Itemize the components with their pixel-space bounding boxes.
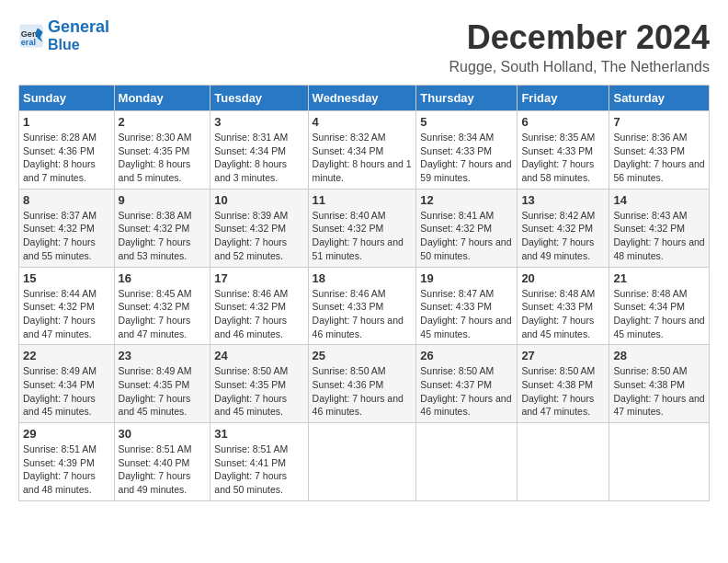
sunset-label: Sunset: 4:40 PM xyxy=(119,457,190,468)
table-row: 15 Sunrise: 8:44 AM Sunset: 4:32 PM Dayl… xyxy=(19,267,115,345)
sunset-label: Sunset: 4:32 PM xyxy=(214,301,286,312)
daylight-label: Daylight: 7 hours and 51 minutes. xyxy=(313,236,404,261)
sunset-label: Sunset: 4:39 PM xyxy=(23,457,95,468)
table-row: 27 Sunrise: 8:50 AM Sunset: 4:38 PM Dayl… xyxy=(518,345,609,423)
daylight-label: Daylight: 7 hours and 45 minutes. xyxy=(521,315,594,339)
day-number: 31 xyxy=(214,427,303,441)
day-number: 23 xyxy=(119,349,207,362)
week-row-2: 8 Sunrise: 8:37 AM Sunset: 4:32 PM Dayli… xyxy=(19,189,710,267)
daylight-label: Daylight: 7 hours and 45 minutes. xyxy=(420,315,511,339)
day-info: Sunrise: 8:45 AM Sunset: 4:32 PM Dayligh… xyxy=(119,287,207,341)
svg-text:eral: eral xyxy=(21,37,36,46)
day-info: Sunrise: 8:46 AM Sunset: 4:32 PM Dayligh… xyxy=(214,287,303,341)
sunrise-label: Sunrise: 8:50 AM xyxy=(313,365,386,376)
table-row xyxy=(518,423,609,501)
sunrise-label: Sunrise: 8:30 AM xyxy=(119,132,192,143)
day-number: 5 xyxy=(420,115,513,129)
day-number: 11 xyxy=(313,193,413,207)
sunrise-label: Sunrise: 8:50 AM xyxy=(420,365,494,376)
title-area: December 2024 Rugge, South Holland, The … xyxy=(449,18,710,75)
sunrise-label: Sunrise: 8:32 AM xyxy=(313,132,386,143)
day-info: Sunrise: 8:30 AM Sunset: 4:35 PM Dayligh… xyxy=(119,131,207,185)
sunrise-label: Sunrise: 8:35 AM xyxy=(521,132,595,143)
daylight-label: Daylight: 7 hours and 50 minutes. xyxy=(214,470,287,495)
sunset-label: Sunset: 4:33 PM xyxy=(420,301,492,312)
sunrise-label: Sunrise: 8:48 AM xyxy=(613,288,687,299)
sunset-label: Sunset: 4:41 PM xyxy=(214,457,286,468)
sunset-label: Sunset: 4:35 PM xyxy=(214,379,286,390)
day-info: Sunrise: 8:48 AM Sunset: 4:33 PM Dayligh… xyxy=(521,287,605,341)
sunset-label: Sunset: 4:34 PM xyxy=(214,145,286,156)
day-info: Sunrise: 8:49 AM Sunset: 4:34 PM Dayligh… xyxy=(23,364,110,419)
day-number: 18 xyxy=(313,271,413,285)
table-row: 30 Sunrise: 8:51 AM Sunset: 4:40 PM Dayl… xyxy=(114,423,210,501)
day-info: Sunrise: 8:50 AM Sunset: 4:38 PM Dayligh… xyxy=(613,364,705,419)
day-info: Sunrise: 8:39 AM Sunset: 4:32 PM Dayligh… xyxy=(214,209,303,263)
week-row-3: 15 Sunrise: 8:44 AM Sunset: 4:32 PM Dayl… xyxy=(19,267,710,345)
table-row: 21 Sunrise: 8:48 AM Sunset: 4:34 PM Dayl… xyxy=(609,267,710,345)
sunrise-label: Sunrise: 8:47 AM xyxy=(420,288,494,299)
daylight-label: Daylight: 8 hours and 5 minutes. xyxy=(119,158,191,183)
day-info: Sunrise: 8:43 AM Sunset: 4:32 PM Dayligh… xyxy=(613,209,705,263)
page-header: Gen eral General Blue December 2024 Rugg… xyxy=(18,18,710,75)
day-number: 30 xyxy=(119,427,207,441)
day-info: Sunrise: 8:46 AM Sunset: 4:33 PM Dayligh… xyxy=(313,287,413,341)
day-number: 12 xyxy=(420,193,513,207)
sunset-label: Sunset: 4:36 PM xyxy=(23,145,95,156)
day-info: Sunrise: 8:42 AM Sunset: 4:32 PM Dayligh… xyxy=(521,209,605,263)
day-info: Sunrise: 8:50 AM Sunset: 4:35 PM Dayligh… xyxy=(214,364,303,419)
daylight-label: Daylight: 7 hours and 48 minutes. xyxy=(613,236,704,261)
table-row xyxy=(308,423,416,501)
day-number: 14 xyxy=(613,193,705,207)
daylight-label: Daylight: 7 hours and 52 minutes. xyxy=(214,236,287,261)
logo-name: General xyxy=(48,18,109,37)
logo-icon: Gen eral xyxy=(18,23,44,49)
table-row: 16 Sunrise: 8:45 AM Sunset: 4:32 PM Dayl… xyxy=(114,267,210,345)
day-number: 22 xyxy=(23,349,110,362)
sunset-label: Sunset: 4:33 PM xyxy=(313,301,384,312)
week-row-4: 22 Sunrise: 8:49 AM Sunset: 4:34 PM Dayl… xyxy=(19,345,710,423)
day-number: 27 xyxy=(521,349,605,362)
table-row: 13 Sunrise: 8:42 AM Sunset: 4:32 PM Dayl… xyxy=(518,189,609,267)
calendar-header-row: Sunday Monday Tuesday Wednesday Thursday… xyxy=(19,86,710,111)
day-number: 28 xyxy=(613,349,705,362)
day-number: 2 xyxy=(119,115,207,129)
daylight-label: Daylight: 7 hours and 47 minutes. xyxy=(613,393,704,418)
daylight-label: Daylight: 7 hours and 45 minutes. xyxy=(119,393,191,418)
sunset-label: Sunset: 4:35 PM xyxy=(119,145,190,156)
sunrise-label: Sunrise: 8:48 AM xyxy=(521,288,595,299)
col-tuesday: Tuesday xyxy=(210,86,308,111)
day-info: Sunrise: 8:38 AM Sunset: 4:32 PM Dayligh… xyxy=(119,209,207,263)
sunset-label: Sunset: 4:36 PM xyxy=(313,379,384,390)
table-row: 26 Sunrise: 8:50 AM Sunset: 4:37 PM Dayl… xyxy=(416,345,518,423)
sunrise-label: Sunrise: 8:34 AM xyxy=(420,132,494,143)
sunrise-label: Sunrise: 8:41 AM xyxy=(420,210,494,221)
sunset-label: Sunset: 4:32 PM xyxy=(119,223,190,234)
sunset-label: Sunset: 4:32 PM xyxy=(119,301,190,312)
day-info: Sunrise: 8:37 AM Sunset: 4:32 PM Dayligh… xyxy=(23,209,110,263)
day-number: 1 xyxy=(23,115,110,129)
day-number: 15 xyxy=(23,271,110,285)
sunrise-label: Sunrise: 8:49 AM xyxy=(23,365,97,376)
daylight-label: Daylight: 7 hours and 46 minutes. xyxy=(313,315,404,339)
daylight-label: Daylight: 7 hours and 46 minutes. xyxy=(420,393,511,418)
sunrise-label: Sunrise: 8:44 AM xyxy=(23,288,97,299)
sunset-label: Sunset: 4:32 PM xyxy=(23,223,95,234)
table-row: 12 Sunrise: 8:41 AM Sunset: 4:32 PM Dayl… xyxy=(416,189,518,267)
table-row: 2 Sunrise: 8:30 AM Sunset: 4:35 PM Dayli… xyxy=(114,111,210,190)
sunrise-label: Sunrise: 8:46 AM xyxy=(313,288,386,299)
day-info: Sunrise: 8:40 AM Sunset: 4:32 PM Dayligh… xyxy=(313,209,413,263)
sunset-label: Sunset: 4:33 PM xyxy=(521,301,593,312)
daylight-label: Daylight: 7 hours and 53 minutes. xyxy=(119,236,191,261)
sunrise-label: Sunrise: 8:31 AM xyxy=(214,132,288,143)
sunset-label: Sunset: 4:32 PM xyxy=(613,223,685,234)
day-number: 21 xyxy=(613,271,705,285)
daylight-label: Daylight: 7 hours and 45 minutes. xyxy=(214,393,287,418)
day-info: Sunrise: 8:51 AM Sunset: 4:41 PM Dayligh… xyxy=(214,442,303,497)
day-info: Sunrise: 8:28 AM Sunset: 4:36 PM Dayligh… xyxy=(23,131,110,185)
day-info: Sunrise: 8:50 AM Sunset: 4:36 PM Dayligh… xyxy=(313,364,413,419)
table-row: 1 Sunrise: 8:28 AM Sunset: 4:36 PM Dayli… xyxy=(19,111,115,190)
day-info: Sunrise: 8:51 AM Sunset: 4:39 PM Dayligh… xyxy=(23,442,110,497)
week-row-1: 1 Sunrise: 8:28 AM Sunset: 4:36 PM Dayli… xyxy=(19,111,710,190)
table-row: 18 Sunrise: 8:46 AM Sunset: 4:33 PM Dayl… xyxy=(308,267,416,345)
